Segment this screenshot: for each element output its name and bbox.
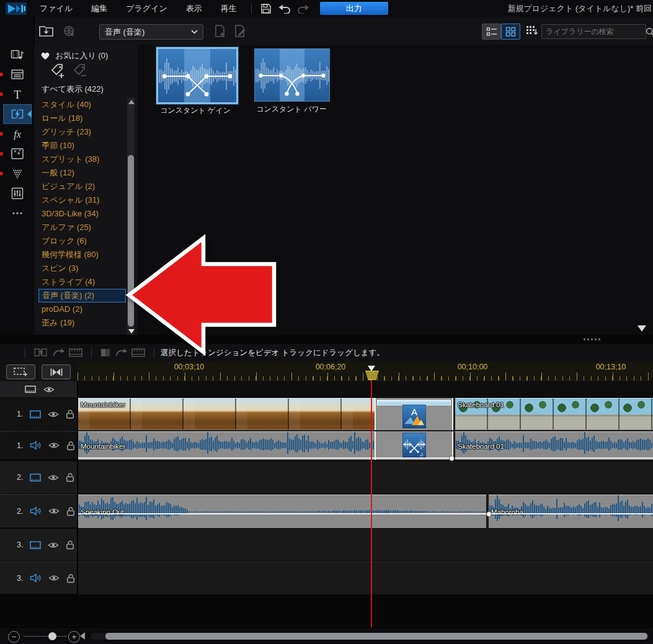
track-header-3-audio[interactable]: 3. xyxy=(0,562,77,594)
edit-content-icon[interactable] xyxy=(233,24,247,38)
add-tag-icon[interactable] xyxy=(49,63,66,79)
splitter-handle[interactable] xyxy=(584,338,600,340)
lock-icon[interactable] xyxy=(66,540,74,550)
apply-transition-buttons[interactable] xyxy=(25,348,91,358)
redo-icon[interactable] xyxy=(294,4,313,14)
track-band-3-video[interactable] xyxy=(78,529,653,561)
category-item-12[interactable]: スピン (3) xyxy=(38,262,125,275)
category-item-14[interactable]: 音声 (音楽) (2) xyxy=(38,289,126,302)
lock-icon[interactable] xyxy=(66,573,75,583)
volume-line[interactable] xyxy=(78,513,486,514)
lock-icon[interactable] xyxy=(66,472,74,482)
rail-fx-room[interactable]: fx xyxy=(4,125,31,143)
video-clip[interactable]: Mountainbiker xyxy=(78,398,375,430)
library-search[interactable] xyxy=(541,24,646,39)
eye-icon[interactable] xyxy=(48,508,60,514)
track-header-2-audio[interactable]: 2. xyxy=(0,494,77,527)
track-manager-button[interactable] xyxy=(6,364,35,379)
audio-clip[interactable]: Speaking Out xyxy=(78,495,486,528)
zoom-slider-knob[interactable] xyxy=(48,632,56,640)
search-input[interactable] xyxy=(542,27,646,36)
audio-clip[interactable]: Mahoroba xyxy=(489,495,653,528)
search-icon[interactable] xyxy=(646,27,653,37)
eye-icon[interactable] xyxy=(48,474,59,481)
volume-line[interactable] xyxy=(78,457,375,459)
category-item-5[interactable]: 一般 (12) xyxy=(38,166,125,180)
track-band-3-audio[interactable] xyxy=(78,562,653,594)
remove-tag-icon[interactable] xyxy=(71,63,89,79)
menu-view[interactable]: 表示 xyxy=(177,4,211,13)
zoom-slider[interactable] xyxy=(24,636,67,637)
eye-icon[interactable] xyxy=(48,542,59,549)
video-clip[interactable]: Skateboard 01 xyxy=(455,398,653,430)
rail-title-room[interactable]: T xyxy=(4,85,31,104)
category-item-3[interactable]: 季節 (10) xyxy=(38,139,125,152)
eye-icon[interactable] xyxy=(48,575,60,581)
track-band-2-audio[interactable]: Speaking OutMahoroba xyxy=(78,494,653,528)
category-item-16[interactable]: 歪み (19) xyxy=(38,316,125,330)
eye-icon[interactable] xyxy=(48,411,59,418)
list-view-button[interactable] xyxy=(482,24,501,40)
category-item-0[interactable]: スタイル (40) xyxy=(38,98,125,112)
rail-particle-room[interactable] xyxy=(4,164,31,183)
track-band-1-video[interactable]: MountainbikerASkateboard 01 xyxy=(78,398,653,430)
transition-item-0[interactable]: コンスタント ゲイン xyxy=(156,47,234,104)
zoom-out-icon[interactable]: − xyxy=(8,631,20,643)
playhead-marker[interactable] xyxy=(365,366,378,381)
output-button[interactable]: 出力 xyxy=(320,2,388,15)
menu-file[interactable]: ファイル xyxy=(30,4,82,13)
range-select-button[interactable] xyxy=(42,364,71,379)
category-item-10[interactable]: ブロック (6) xyxy=(38,234,125,248)
track-header-2-video[interactable]: 2. xyxy=(0,461,77,493)
category-item-8[interactable]: 3D/3D-Like (34) xyxy=(38,207,125,221)
category-item-9[interactable]: アルファ (25) xyxy=(38,221,125,234)
rail-more[interactable] xyxy=(4,204,31,223)
volume-line[interactable] xyxy=(376,457,452,459)
rail-mixing-room[interactable] xyxy=(4,184,31,203)
category-item-6[interactable]: ビジュアル (2) xyxy=(38,180,125,193)
menu-plugin[interactable]: プラグイン xyxy=(117,4,177,13)
scroll-up-icon[interactable] xyxy=(128,100,135,104)
category-item-2[interactable]: グリッチ (23) xyxy=(38,125,125,139)
sort-icon[interactable] xyxy=(526,25,538,37)
lock-icon[interactable] xyxy=(66,441,75,451)
audio-crossfade-icon[interactable]: ♫ xyxy=(402,433,426,457)
scroll-left-icon[interactable] xyxy=(80,632,85,640)
show-all-item[interactable]: すべて表示 (422) xyxy=(42,84,104,95)
lock-icon[interactable] xyxy=(66,506,75,516)
category-item-1[interactable]: ロール (18) xyxy=(38,112,125,125)
rail-effect-room[interactable]: *** xyxy=(4,144,31,163)
horizontal-scrollbar-thumb[interactable] xyxy=(105,633,647,640)
rail-media-room[interactable] xyxy=(4,45,31,64)
volume-line[interactable] xyxy=(455,457,653,459)
download-web-icon[interactable] xyxy=(62,24,77,38)
volume-keyframe-dot[interactable] xyxy=(449,456,455,461)
track-header-3-video[interactable]: 3. xyxy=(0,529,77,561)
track-header-1-audio[interactable]: 1. xyxy=(0,431,77,459)
audio-crossfade-overlap[interactable]: ♫ xyxy=(375,431,453,460)
video-transition-overlap[interactable]: A xyxy=(375,398,453,430)
menu-edit[interactable]: 編集 xyxy=(82,4,117,13)
content-scroll-down-icon[interactable] xyxy=(637,325,646,332)
video-transition-icon[interactable]: A xyxy=(402,405,426,428)
zoom-in-icon[interactable]: + xyxy=(68,631,80,643)
favorites-row[interactable]: お気に入り (0) xyxy=(40,50,108,61)
category-item-7[interactable]: スペシャル (31) xyxy=(38,193,125,207)
horizontal-scrollbar[interactable] xyxy=(91,633,649,640)
track-band-2-video[interactable] xyxy=(78,461,653,493)
new-content-icon[interactable] xyxy=(213,24,227,38)
save-icon[interactable] xyxy=(257,3,275,14)
grid-view-button[interactable] xyxy=(501,24,520,40)
panel-splitter[interactable] xyxy=(0,335,653,344)
audio-clip[interactable]: Skateboard 01 xyxy=(455,431,653,460)
category-dropdown[interactable]: 音声 (音楽) xyxy=(99,24,203,40)
category-item-15[interactable]: proDAD (2) xyxy=(38,302,125,316)
lock-icon[interactable] xyxy=(66,409,74,419)
track-band-1-audio[interactable]: Mountainbiker♫Skateboard 01 xyxy=(78,431,653,460)
eye-icon[interactable] xyxy=(48,442,60,449)
category-item-13[interactable]: ストライプ (4) xyxy=(38,275,125,289)
audio-clip[interactable]: Mountainbiker xyxy=(78,431,375,460)
category-item-4[interactable]: スプリット (38) xyxy=(38,152,125,166)
rail-edit-room[interactable] xyxy=(4,65,31,84)
all-tracks-header[interactable] xyxy=(0,381,77,397)
